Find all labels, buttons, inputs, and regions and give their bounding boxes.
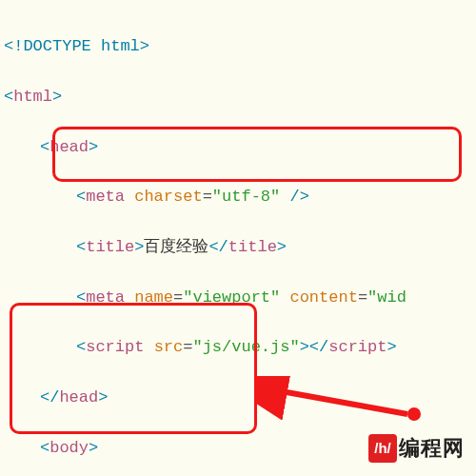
doctype: <!DOCTYPE html> — [4, 37, 149, 55]
code-line: <!DOCTYPE html> — [4, 34, 472, 59]
code-line: <head> — [4, 135, 472, 160]
logo-icon-text: /h/ — [374, 437, 391, 459]
logo-text: 编程网 — [399, 432, 465, 465]
code-line: <meta charset="utf-8" /> — [4, 185, 472, 209]
code-line: </head> — [4, 386, 472, 410]
code-line: <script src="js/vue.js"></script> — [4, 335, 472, 360]
code-line: <html> — [4, 85, 472, 109]
code-line: <title>百度经验</title> — [4, 235, 472, 260]
code-editor-content: <!DOCTYPE html> <html> <head> <meta char… — [0, 0, 476, 476]
logo-icon: /h/ — [368, 434, 397, 463]
code-line: <meta name="viewport" content="wid — [4, 286, 472, 310]
watermark-logo: /h/ 编程网 — [368, 432, 465, 465]
